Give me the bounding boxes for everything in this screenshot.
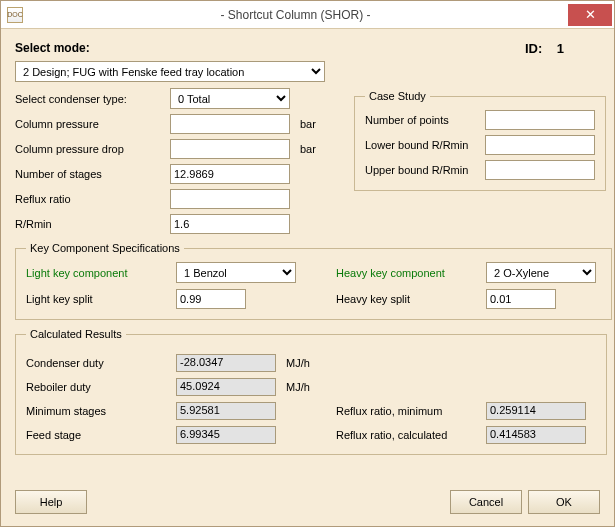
light-key-comp-select[interactable]: 1 Benzol (176, 262, 296, 283)
calculated-results-group: Calculated Results Condenser duty -28.03… (15, 328, 607, 455)
id-label: ID: (525, 41, 542, 56)
num-stages-input[interactable] (170, 164, 290, 184)
reflux-ratio-calc-value: 0.414583 (486, 426, 586, 444)
column-pressure-drop-label: Column pressure drop (15, 143, 170, 155)
reboiler-duty-unit: MJ/h (286, 381, 336, 393)
num-stages-label: Number of stages (15, 168, 170, 180)
condenser-type-label: Select condenser type: (15, 93, 170, 105)
reflux-ratio-input[interactable] (170, 189, 290, 209)
dialog-footer: Help Cancel OK (1, 490, 614, 526)
minimum-stages-label: Minimum stages (26, 405, 176, 417)
heavy-key-split-input[interactable] (486, 289, 556, 309)
minimum-stages-value: 5.92581 (176, 402, 276, 420)
title-bar: DOC - Shortcut Column (SHOR) - ✕ (1, 1, 614, 29)
condenser-type-select[interactable]: 0 Total (170, 88, 290, 109)
num-points-input[interactable] (485, 110, 595, 130)
case-study-group: Case Study Number of points Lower bound … (354, 90, 606, 191)
r-rmin-label: R/Rmin (15, 218, 170, 230)
condenser-duty-label: Condenser duty (26, 357, 176, 369)
heavy-key-comp-select[interactable]: 2 O-Xylene (486, 262, 596, 283)
dialog-window: DOC - Shortcut Column (SHOR) - ✕ ID: 1 S… (0, 0, 615, 527)
lower-bound-input[interactable] (485, 135, 595, 155)
num-points-label: Number of points (365, 114, 485, 126)
select-mode-label: Select mode: (15, 41, 90, 55)
mode-select[interactable]: 2 Design; FUG with Fenske feed tray loca… (15, 61, 325, 82)
upper-bound-input[interactable] (485, 160, 595, 180)
r-rmin-input[interactable] (170, 214, 290, 234)
upper-bound-label: Upper bound R/Rmin (365, 164, 485, 176)
column-pressure-unit: bar (300, 118, 340, 130)
id-block: ID: 1 (525, 41, 564, 56)
light-key-split-label: Light key split (26, 293, 176, 305)
dialog-content: ID: 1 Select mode: 2 Design; FUG with Fe… (1, 29, 614, 490)
feed-stage-label: Feed stage (26, 429, 176, 441)
heavy-key-split-label: Heavy key split (336, 293, 486, 305)
key-component-legend: Key Component Specifications (26, 242, 184, 254)
window-title: - Shortcut Column (SHOR) - (23, 8, 568, 22)
reflux-ratio-calc-label: Reflux ratio, calculated (336, 429, 486, 441)
calculated-results-legend: Calculated Results (26, 328, 126, 340)
heavy-key-comp-label: Heavy key component (336, 267, 486, 279)
close-button[interactable]: ✕ (568, 4, 612, 26)
reflux-ratio-label: Reflux ratio (15, 193, 170, 205)
light-key-split-input[interactable] (176, 289, 246, 309)
case-study-legend: Case Study (365, 90, 430, 102)
id-value: 1 (557, 41, 564, 56)
cancel-button[interactable]: Cancel (450, 490, 522, 514)
key-component-group: Key Component Specifications Light key c… (15, 242, 612, 320)
column-pressure-drop-input[interactable] (170, 139, 290, 159)
column-pressure-drop-unit: bar (300, 143, 340, 155)
close-icon: ✕ (585, 7, 596, 22)
reboiler-duty-label: Reboiler duty (26, 381, 176, 393)
ok-button[interactable]: OK (528, 490, 600, 514)
lower-bound-label: Lower bound R/Rmin (365, 139, 485, 151)
light-key-comp-label: Light key component (26, 267, 176, 279)
help-button[interactable]: Help (15, 490, 87, 514)
condenser-duty-value: -28.0347 (176, 354, 276, 372)
reboiler-duty-value: 45.0924 (176, 378, 276, 396)
column-pressure-input[interactable] (170, 114, 290, 134)
feed-stage-value: 6.99345 (176, 426, 276, 444)
app-icon: DOC (7, 7, 23, 23)
column-pressure-label: Column pressure (15, 118, 170, 130)
reflux-ratio-min-value: 0.259114 (486, 402, 586, 420)
condenser-duty-unit: MJ/h (286, 357, 336, 369)
reflux-ratio-min-label: Reflux ratio, minimum (336, 405, 486, 417)
